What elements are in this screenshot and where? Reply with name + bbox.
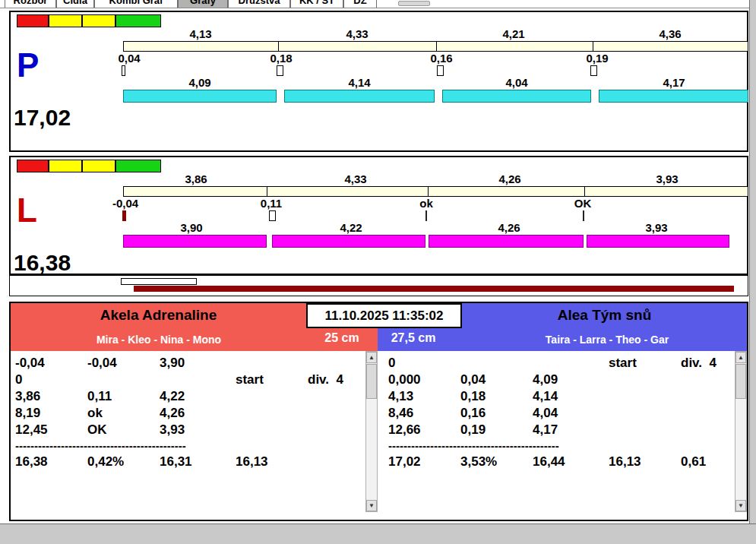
table-cell: 8,19	[15, 406, 40, 421]
table-cell: OK	[87, 422, 107, 438]
tab-druzstva-label: Družstva	[239, 0, 280, 6]
timeline-progress-bar	[134, 286, 734, 292]
lane-l-change-2: 0,11	[241, 197, 302, 210]
segment-tick	[436, 42, 437, 51]
tab-kk-st[interactable]: KK / ST	[290, 0, 343, 8]
lane-p-split-bar-2	[284, 90, 435, 103]
table-cell: 16,13	[609, 454, 641, 470]
table-row: -0,04 -0,04 3,90	[11, 356, 365, 372]
table-cell: 4,13	[388, 389, 413, 404]
change-marker	[425, 210, 427, 221]
table-row: 12,66 0,19 4,17	[384, 422, 735, 439]
tab-kombi-graf[interactable]: Kombi Graf	[94, 0, 178, 8]
tab-dz[interactable]: DZ	[343, 0, 377, 8]
lane-l-split-bar-4	[587, 235, 729, 248]
table-cell: 4,09	[533, 372, 558, 387]
app-window: Rozbor Čidla Kombi Graf Grafy Družstva K…	[0, 0, 756, 544]
lane-l-split-bar-1	[123, 235, 267, 248]
left-table-scrollbar[interactable]: ▲ ▼	[365, 351, 378, 512]
table-cell: 17,02	[388, 454, 421, 470]
window-border-right	[749, 0, 756, 524]
table-summary-row: 16,38 0,42% 16,31 16,13	[11, 454, 365, 471]
timeline-marker-box	[121, 278, 197, 285]
lane-p-status-light-4	[115, 14, 161, 27]
lane-l-split-bottom-3: 4,26	[479, 221, 539, 234]
table-cell: 12,66	[388, 422, 421, 438]
table-row: 8,19 ok 4,26	[11, 406, 365, 422]
change-marker	[122, 210, 126, 221]
lane-p-split-bottom-2: 4,14	[329, 76, 390, 89]
table-cell: div. 4	[681, 356, 716, 371]
table-cell: 8,46	[388, 406, 413, 421]
scrollbar-thumb[interactable]	[735, 364, 746, 399]
lane-l-segment-bar	[123, 186, 748, 197]
table-row: 12,45 OK 3,93	[11, 422, 365, 439]
lane-p-split-bottom-1: 4,09	[169, 76, 230, 89]
lane-l-split-bar-2	[272, 235, 425, 248]
table-cell: -0,04	[15, 356, 45, 371]
tab-cidla-label: Čidla	[63, 0, 87, 6]
lane-l-change-1: -0,04	[95, 197, 156, 210]
table-cell: 0,04	[460, 372, 486, 387]
table-cell: 4,26	[160, 406, 185, 421]
lane-p-split-top-1: 4,13	[170, 27, 231, 40]
lane-l-letter: L	[17, 194, 37, 227]
table-cell: 4,22	[160, 389, 185, 404]
change-marker	[590, 65, 597, 76]
table-separator: ----------------------------------------…	[384, 439, 735, 454]
tab-scrollbar-thumb[interactable]	[398, 1, 430, 6]
lane-p-change-2: 0,18	[251, 52, 312, 65]
lane-l-split-top-4: 3,93	[637, 172, 697, 185]
timeline-strip	[9, 275, 748, 296]
scrollbar-thumb[interactable]	[366, 364, 377, 399]
left-team-dogs: Mira - Kleo - Nina - Mono	[26, 334, 292, 346]
lane-p-status-light-2	[49, 14, 82, 27]
tab-rozbor[interactable]: Rozbor	[5, 0, 56, 8]
change-marker	[277, 65, 283, 76]
table-cell: 0,18	[460, 389, 486, 404]
table-row: 0 start div. 4	[11, 372, 365, 389]
lane-l-change-3: ok	[396, 197, 457, 210]
lane-l-split-bar-3	[429, 235, 584, 248]
table-cell: 4,04	[533, 406, 558, 421]
table-cell: ok	[87, 406, 103, 421]
lane-l-split-top-2: 4,33	[325, 172, 386, 185]
table-row: 0 start div. 4	[384, 356, 735, 372]
tab-grafy[interactable]: Grafy	[178, 0, 228, 8]
left-team-name: Akela Adrenaline	[11, 307, 306, 324]
table-cell: div. 4	[308, 372, 343, 387]
segment-tick	[278, 42, 279, 51]
segment-tick	[267, 187, 267, 196]
lane-l-change-4: OK	[552, 197, 613, 210]
scroll-up-icon[interactable]: ▲	[366, 352, 377, 363]
scroll-down-icon[interactable]: ▼	[735, 500, 746, 511]
table-cell: 4,17	[533, 422, 558, 438]
right-table-scrollbar[interactable]: ▲ ▼	[735, 351, 747, 512]
lane-l-split-bottom-2: 4,22	[321, 221, 381, 234]
table-cell: 3,90	[160, 356, 185, 371]
lane-p-split-top-2: 4,33	[327, 27, 387, 40]
lane-l-split-top-3: 4,26	[479, 172, 540, 185]
table-summary-row: 17,02 3,53% 16,44 16,13 0,61	[384, 454, 735, 471]
lane-l-panel: 3,86 4,33 4,26 3,93 -0,04 0,11 ok OK 3,9…	[9, 156, 748, 275]
table-cell: 0	[388, 356, 395, 371]
segment-tick	[593, 42, 593, 51]
lane-p-split-bar-4	[599, 90, 748, 103]
lane-p-split-bar-1	[123, 90, 277, 103]
table-cell: 0,11	[87, 389, 112, 404]
right-results-table: 0 start div. 4 0,000 0,04 4,09 4,13 0,18	[384, 351, 747, 512]
table-cell: 0,19	[460, 422, 486, 438]
lane-p-change-1: 0,04	[99, 52, 160, 65]
scroll-down-icon[interactable]: ▼	[366, 500, 377, 511]
tab-cidla[interactable]: Čidla	[56, 0, 94, 8]
table-row: 3,86 0,11 4,22	[11, 389, 365, 406]
lane-p-split-top-3: 4,21	[483, 27, 544, 40]
change-marker	[269, 210, 276, 221]
results-panel: 11.10.2025 11:35:02 Akela Adrenaline Ale…	[9, 302, 748, 521]
run-timestamp: 11.10.2025 11:35:02	[306, 303, 462, 328]
lane-p-split-bar-3	[442, 90, 591, 103]
tab-druzstva[interactable]: Družstva	[228, 0, 290, 8]
scroll-up-icon[interactable]: ▲	[735, 352, 746, 363]
table-cell: start	[236, 372, 264, 387]
table-cell: 12,45	[15, 422, 48, 438]
